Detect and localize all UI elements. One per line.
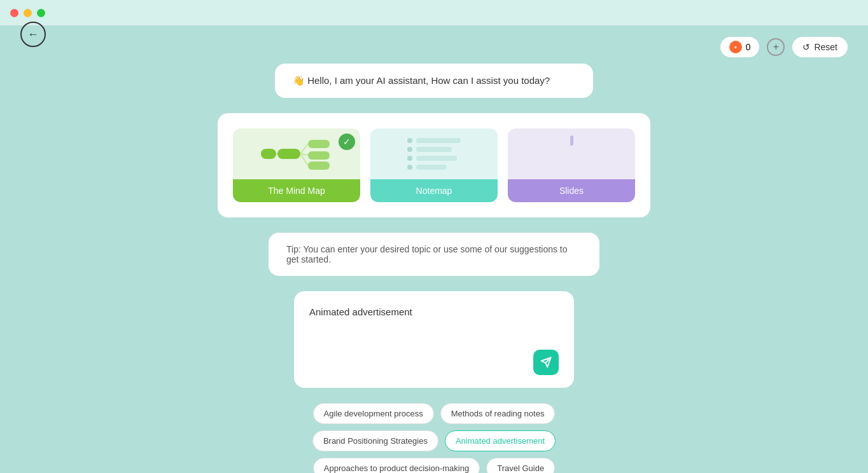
send-button[interactable] (533, 350, 559, 375)
greeting-emoji: 👋 (293, 75, 305, 86)
input-footer (309, 350, 559, 375)
greeting-text: Hello, I am your AI assistant, How can I… (307, 75, 550, 86)
back-button[interactable]: ← (20, 22, 46, 47)
reset-label: Reset (814, 42, 837, 52)
back-icon: ← (27, 28, 39, 41)
svg-line-6 (300, 144, 308, 154)
plus-button[interactable]: + (767, 38, 785, 56)
slides-label: Slides (508, 179, 635, 202)
notemap-row (407, 165, 461, 170)
suggestion-chip[interactable]: Agile development process (313, 403, 434, 424)
main-content: 👋 Hello, I am your AI assistant, How can… (0, 64, 868, 473)
traffic-light-maximize[interactable] (37, 9, 45, 17)
plus-icon: + (773, 41, 779, 53)
input-card (294, 291, 574, 388)
score-icon: ✦ (729, 41, 742, 53)
mode-selection-card: ✓ The Mind Map (218, 113, 650, 217)
send-icon (540, 357, 552, 368)
notemap-row (407, 147, 461, 152)
mode-option-mindmap[interactable]: ✓ The Mind Map (233, 128, 360, 202)
reset-button[interactable]: ↺ Reset (792, 37, 848, 57)
svg-rect-4 (308, 151, 330, 160)
suggestion-chip[interactable]: Brand Positioning Strategies (312, 430, 438, 451)
svg-rect-9 (261, 149, 276, 159)
selected-check: ✓ (339, 134, 355, 150)
score-box: ✦ 0 (720, 37, 760, 57)
svg-rect-2 (277, 149, 300, 159)
mode-option-notemap[interactable]: Notemap (370, 128, 498, 202)
greeting-box: 👋 Hello, I am your AI assistant, How can… (275, 64, 593, 98)
mindmap-diagram (258, 135, 335, 173)
svg-rect-5 (308, 161, 330, 170)
suggestions-container: Agile development processMethods of read… (294, 403, 574, 473)
notemap-row (407, 156, 461, 161)
traffic-light-close[interactable] (10, 9, 18, 17)
score-value: 0 (746, 42, 751, 52)
suggestion-chip[interactable]: Animated advertisement (445, 430, 556, 451)
topic-input[interactable] (309, 304, 559, 342)
tip-text: Tip: You can enter your desired topic or… (286, 244, 568, 264)
titlebar (0, 0, 868, 25)
top-right-controls: ✦ 0 + ↺ Reset (720, 37, 848, 57)
traffic-light-minimize[interactable] (24, 9, 32, 17)
svg-rect-3 (308, 140, 330, 148)
notemap-label: Notemap (370, 179, 498, 202)
notemap-preview (370, 128, 498, 179)
notemap-row (407, 138, 461, 143)
suggestion-chip[interactable]: Methods of reading notes (440, 403, 556, 424)
mode-option-slides[interactable]: Slides (508, 128, 635, 202)
mindmap-label: The Mind Map (233, 179, 360, 202)
tip-box: Tip: You can enter your desired topic or… (269, 233, 599, 276)
svg-text:✦: ✦ (734, 45, 738, 50)
reset-icon: ↺ (802, 42, 810, 52)
suggestion-chip[interactable]: Travel Guide (486, 458, 555, 473)
suggestion-chip[interactable]: Approaches to product decision-making (313, 458, 480, 473)
slides-preview (508, 128, 635, 179)
